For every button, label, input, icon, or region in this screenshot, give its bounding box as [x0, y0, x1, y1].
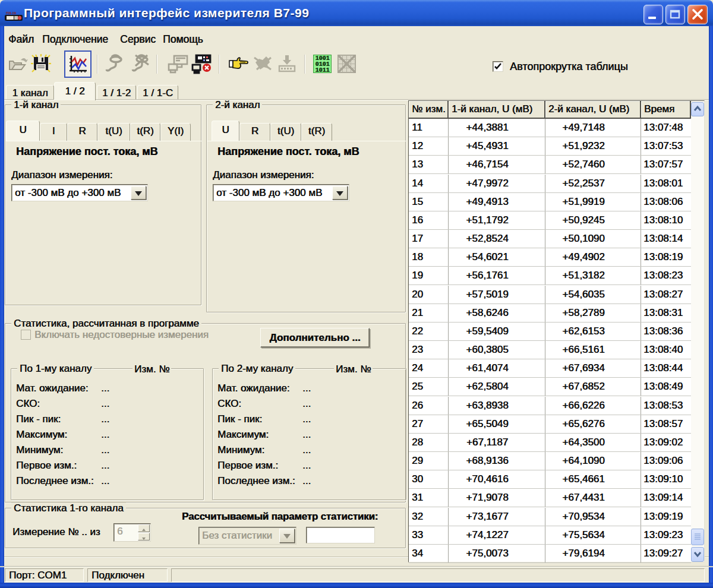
svg-text:ПЗ-19: ПЗ-19 [6, 11, 16, 15]
